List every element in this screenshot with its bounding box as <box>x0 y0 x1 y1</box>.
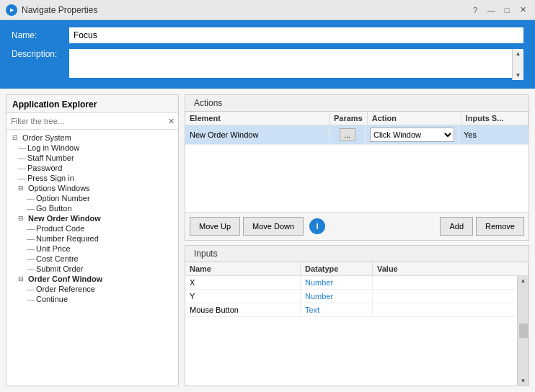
tree-label: Go Button <box>36 204 72 213</box>
dash-icon: — <box>18 164 26 172</box>
tree-label: Option Number <box>36 194 90 202</box>
tree-label: Unit Price <box>36 244 71 253</box>
actions-table-header: Element Params Action Inputs S... <box>185 112 529 125</box>
dialog-header: Name: Description: ▲ ▼ <box>0 20 535 89</box>
tree-item-unit-price[interactable]: — Unit Price <box>6 244 178 254</box>
add-button[interactable]: Add <box>440 217 473 236</box>
filter-clear-button[interactable]: ✕ <box>164 113 178 129</box>
tree-label: Order Reference <box>36 285 95 293</box>
action-buttons-bar: Move Up Move Down i Add Remove <box>185 212 529 240</box>
tree-item-product-code[interactable]: — Product Code <box>6 223 178 233</box>
input-value-x <box>373 280 529 285</box>
inputs-scrollbar[interactable]: ▲ ▼ <box>517 276 529 386</box>
main-dialog: Name: Description: ▲ ▼ Application Explo… <box>0 20 535 392</box>
tree-item-submit-order[interactable]: — Submit Order <box>6 264 178 274</box>
scroll-up[interactable]: ▲ <box>521 277 526 284</box>
tree-label: Log in Window <box>27 143 79 152</box>
inputs-col-name: Name <box>185 262 301 275</box>
scroll-down-arrow[interactable]: ▼ <box>513 71 523 80</box>
tree-item-press-sign-in[interactable]: — Press Sign in <box>6 173 178 183</box>
description-scrollbar[interactable]: ▲ ▼ <box>512 49 523 80</box>
scroll-up-arrow[interactable]: ▲ <box>513 49 523 58</box>
col-element: Element <box>185 112 330 125</box>
tree-item-login-window[interactable]: — Log in Window <box>6 143 178 153</box>
inputs-col-datatype: Datatype <box>301 262 373 275</box>
inputs-table-header: Name Datatype Value <box>185 262 529 276</box>
tree-label: Submit Order <box>36 264 83 273</box>
params-button[interactable]: ... <box>340 128 355 141</box>
inputs-row-mouse-button[interactable]: Mouse Button Text <box>185 303 529 317</box>
tree-item-continue[interactable]: — Continue <box>6 294 178 304</box>
description-wrapper: ▲ ▼ <box>69 49 523 80</box>
info-icon[interactable]: i <box>309 218 325 234</box>
scroll-down[interactable]: ▼ <box>521 378 526 384</box>
tree-item-password[interactable]: — Password <box>6 163 178 173</box>
right-panel: Actions Element Params Action Inputs S..… <box>185 94 529 386</box>
description-field-row: Description: ▲ ▼ <box>12 49 523 80</box>
input-value-mouse-button <box>373 308 529 312</box>
tree-label: New Order Window <box>28 214 101 223</box>
tree-item-number-required[interactable]: — Number Required <box>6 233 178 244</box>
move-down-button[interactable]: Move Down <box>243 217 304 236</box>
tree-label: Order Conf Window <box>28 275 102 283</box>
tree-item-options-windows[interactable]: ⊟ Options Windows <box>6 183 178 193</box>
tree-label: Product Code <box>36 224 84 233</box>
inputs-row-x[interactable]: X Number <box>185 276 529 290</box>
window-title: Navigate Properties <box>22 5 97 15</box>
inputs-table-body: X Number Y Number Mouse Button Text <box>185 276 529 386</box>
td-action: Click Window Navigate Focus Type Text <box>366 125 459 144</box>
minimize-button[interactable]: — <box>485 4 498 17</box>
tree-item-staff-number[interactable]: — Staff Number <box>6 153 178 163</box>
tree-item-new-order-window[interactable]: ⊟ New Order Window <box>6 213 178 223</box>
tree-item-go-button[interactable]: — Go Button <box>6 203 178 213</box>
application-explorer-panel: Application Explorer ✕ ⊟ Order System — … <box>6 94 179 386</box>
table-row[interactable]: New Order Window ... Click Window Naviga… <box>185 125 529 145</box>
expand-icon: ⊟ <box>12 134 22 141</box>
input-name-mouse-button: Mouse Button <box>185 303 301 316</box>
filter-input[interactable] <box>6 113 164 129</box>
dash-icon: — <box>27 234 35 243</box>
inputs-tab: Inputs <box>185 246 529 262</box>
move-up-button[interactable]: Move Up <box>190 217 240 236</box>
action-select[interactable]: Click Window Navigate Focus Type Text <box>370 128 454 142</box>
tree-label: Continue <box>36 295 68 303</box>
name-input[interactable] <box>69 27 523 43</box>
description-input[interactable] <box>69 49 512 78</box>
actions-section: Actions Element Params Action Inputs S..… <box>185 94 529 241</box>
input-name-y: Y <box>185 290 301 303</box>
help-button[interactable]: ? <box>469 4 482 17</box>
inputs-row-y[interactable]: Y Number <box>185 290 529 303</box>
inputs-col-value: Value <box>373 262 529 275</box>
tree-item-order-system[interactable]: ⊟ Order System <box>6 133 178 143</box>
explorer-title: Application Explorer <box>6 95 178 113</box>
tree-label: Options Windows <box>28 184 90 192</box>
dash-icon: — <box>18 143 26 152</box>
dash-icon: — <box>18 153 26 162</box>
expand-icon: ⊟ <box>18 275 28 282</box>
dash-icon: — <box>27 204 35 213</box>
tree-item-order-conf-window[interactable]: ⊟ Order Conf Window <box>6 274 178 284</box>
dash-icon: — <box>27 194 35 202</box>
tree-label: Cost Centre <box>36 254 79 263</box>
td-inputs-s: Yes <box>459 128 529 141</box>
input-name-x: X <box>185 276 301 289</box>
dash-icon: — <box>27 264 35 273</box>
description-label: Description: <box>12 49 69 59</box>
expand-icon: ⊟ <box>18 215 28 222</box>
actions-tab[interactable]: Actions <box>185 95 529 112</box>
close-button[interactable]: ✕ <box>516 4 529 17</box>
dialog-body: Application Explorer ✕ ⊟ Order System — … <box>0 89 535 392</box>
tree-label: Password <box>27 164 62 172</box>
maximize-button[interactable]: □ <box>500 4 513 17</box>
remove-button[interactable]: Remove <box>476 217 524 236</box>
tree-item-order-reference[interactable]: — Order Reference <box>6 284 178 294</box>
dash-icon: — <box>27 285 35 293</box>
col-inputs-s: Inputs S... <box>461 112 529 125</box>
tree-item-cost-centre[interactable]: — Cost Centre <box>6 254 178 264</box>
inputs-section-label: Inputs <box>194 249 218 259</box>
tree-item-option-number[interactable]: — Option Number <box>6 193 178 203</box>
name-label: Name: <box>12 30 69 40</box>
tree-label: Number Required <box>36 234 99 243</box>
dash-icon: — <box>27 224 35 233</box>
tree-label: Press Sign in <box>27 174 74 182</box>
